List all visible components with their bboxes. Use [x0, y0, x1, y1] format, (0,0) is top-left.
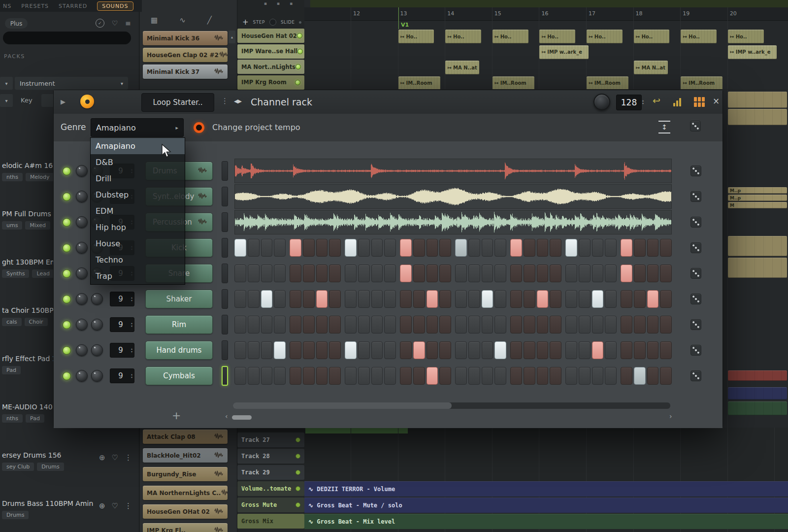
- step-cell[interactable]: [400, 239, 412, 257]
- step-cell[interactable]: [400, 367, 412, 385]
- step-cell[interactable]: [316, 341, 328, 359]
- step-cell[interactable]: [234, 316, 246, 333]
- randomize-dice-icon[interactable]: [690, 345, 701, 356]
- step-cell[interactable]: [565, 316, 577, 333]
- genre-option-hip-hop[interactable]: Hip hop: [91, 219, 185, 235]
- step-cell[interactable]: [455, 367, 467, 385]
- step-cell[interactable]: [427, 341, 438, 359]
- step-cell[interactable]: [579, 341, 591, 359]
- change-tempo-label[interactable]: Change project tempo: [212, 123, 300, 132]
- randomize-dice-icon[interactable]: [690, 370, 701, 381]
- pattern-clip-ho[interactable]: ↦ Ho..: [398, 30, 434, 43]
- track-name-track-29[interactable]: Track 29: [237, 465, 304, 480]
- step-cell[interactable]: [316, 239, 328, 257]
- channel-mini-preview[interactable]: [222, 161, 228, 181]
- step-cell[interactable]: [345, 265, 357, 282]
- audio-waveform-preview[interactable]: [234, 159, 672, 183]
- step-cell[interactable]: [592, 239, 604, 257]
- step-cell[interactable]: [482, 265, 493, 282]
- channel-button-cymbals[interactable]: Cymbals: [145, 366, 213, 385]
- track-name-ma-nort-nlights[interactable]: MA Nort..nLights: [237, 60, 304, 74]
- plugin-selector-button[interactable]: Loop Starter..: [141, 93, 214, 112]
- tempo-display[interactable]: 128: [616, 95, 642, 110]
- automation-clip-gross-beat-mix-level[interactable]: ∿ Gross Beat - Mix level: [304, 514, 788, 529]
- track-led-icon[interactable]: [297, 33, 302, 38]
- step-cell[interactable]: [234, 290, 246, 308]
- step-cell[interactable]: [290, 265, 301, 282]
- tag-cals[interactable]: cals: [2, 318, 22, 326]
- pattern-clip-ho[interactable]: ↦ Ho..: [634, 30, 670, 43]
- step-cell[interactable]: [537, 316, 549, 333]
- step-cell[interactable]: [358, 265, 370, 282]
- track-led-icon[interactable]: [296, 454, 300, 459]
- step-cell[interactable]: [234, 341, 246, 359]
- step-cell[interactable]: [647, 290, 659, 308]
- step-cell[interactable]: [329, 239, 341, 257]
- step-cell[interactable]: [621, 239, 632, 257]
- channel-mini-preview[interactable]: [222, 366, 228, 386]
- channel-mini-preview[interactable]: [222, 264, 228, 283]
- step-cell[interactable]: [468, 239, 480, 257]
- step-cell[interactable]: [413, 265, 425, 282]
- tag-mixed[interactable]: Mixed: [25, 221, 50, 230]
- track-led-icon[interactable]: [296, 502, 300, 507]
- step-cell[interactable]: [358, 290, 370, 308]
- channel-mini-preview[interactable]: [222, 340, 228, 360]
- channel-mini-preview[interactable]: [222, 187, 228, 206]
- step-cell[interactable]: [303, 367, 315, 385]
- genre-option-drill[interactable]: Drill: [91, 170, 185, 187]
- tempo-stepper[interactable]: ▴ ▾: [642, 95, 644, 109]
- step-cell[interactable]: [634, 239, 646, 257]
- track-name-volume-tomate[interactable]: Volume..tomate: [237, 481, 304, 496]
- step-cell[interactable]: [316, 265, 328, 282]
- step-cell[interactable]: [494, 290, 506, 308]
- add-icon[interactable]: +: [242, 18, 249, 27]
- pan-knob[interactable]: [76, 267, 88, 279]
- automation-clip-gross-beat-mute-solo[interactable]: ∿ Gross Beat - Mute / solo: [304, 498, 788, 513]
- channel-enable-led[interactable]: [63, 269, 71, 278]
- randomize-dice-icon[interactable]: [690, 294, 701, 304]
- step-cell[interactable]: [274, 239, 286, 257]
- track-name-imp-krg-room[interactable]: IMP Krg Room: [237, 75, 304, 90]
- pattern-clip-ma-n-at[interactable]: ↦ MA N..at: [634, 61, 668, 74]
- channel-enable-led[interactable]: [63, 193, 71, 201]
- step-cell[interactable]: [371, 341, 383, 359]
- step-cell[interactable]: [647, 367, 659, 385]
- channel-button-hand-drums[interactable]: Hand drums: [145, 341, 213, 360]
- scroll-right-icon[interactable]: ›: [669, 412, 672, 420]
- heart-icon[interactable]: ♡: [112, 501, 118, 510]
- collapse-filter-button[interactable]: ▾: [0, 77, 13, 90]
- channel-mini-preview[interactable]: [222, 212, 228, 232]
- step-cell[interactable]: [274, 290, 286, 308]
- step-cell[interactable]: [537, 290, 549, 308]
- step-cell[interactable]: [358, 239, 370, 257]
- step-cell[interactable]: [621, 367, 632, 385]
- step-cell[interactable]: [274, 367, 286, 385]
- step-cell[interactable]: [248, 341, 260, 359]
- step-cell[interactable]: [647, 341, 659, 359]
- step-cell[interactable]: [261, 367, 273, 385]
- tag-pad[interactable]: Pad: [26, 414, 44, 423]
- clip-m-p[interactable]: M..p: [728, 195, 787, 201]
- step-cell[interactable]: [274, 316, 286, 333]
- sample-channel-button-minimal-kick-36[interactable]: Minimal Kick 36: [143, 31, 228, 45]
- step-cell[interactable]: [303, 239, 315, 257]
- clip-m[interactable]: M: [728, 202, 787, 208]
- step-cell[interactable]: [329, 341, 341, 359]
- playlist-clip[interactable]: [728, 401, 787, 415]
- step-cell[interactable]: [358, 316, 370, 333]
- tool-icon[interactable]: ▪: [277, 1, 280, 6]
- step-cell[interactable]: [427, 316, 438, 333]
- step-cell[interactable]: [510, 265, 522, 282]
- channel-enable-led[interactable]: [63, 321, 71, 329]
- step-cell[interactable]: [413, 290, 425, 308]
- step-cell[interactable]: [660, 290, 672, 308]
- clip-m-p[interactable]: M..p: [728, 187, 787, 194]
- keyboard-view-icon[interactable]: [694, 97, 705, 107]
- genre-option-trap[interactable]: Trap: [91, 268, 185, 284]
- track-name-gross-mute[interactable]: Gross Mute: [237, 498, 304, 512]
- pan-knob[interactable]: [76, 191, 88, 202]
- collapse-filter-button[interactable]: ▾: [0, 94, 13, 107]
- step-cell[interactable]: [494, 265, 506, 282]
- scroll-left-icon[interactable]: ‹: [225, 412, 228, 420]
